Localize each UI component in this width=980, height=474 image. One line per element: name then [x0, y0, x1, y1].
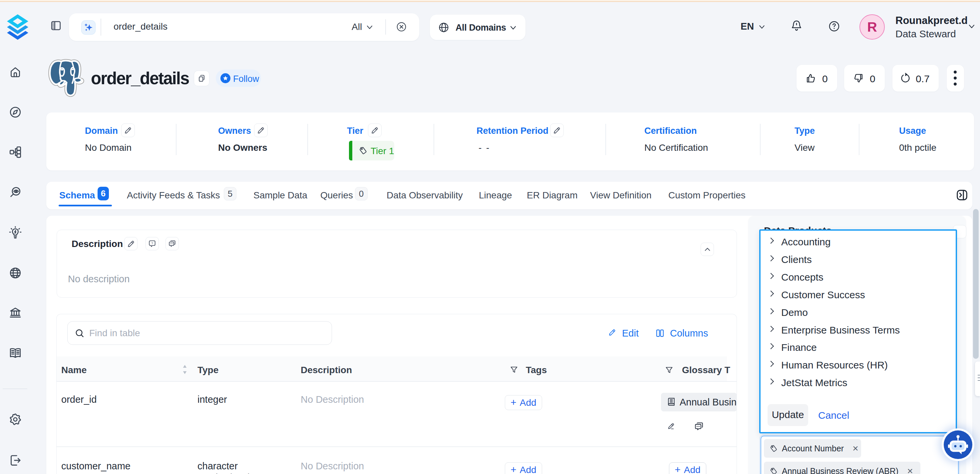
svg-text:?: ?	[151, 241, 153, 245]
